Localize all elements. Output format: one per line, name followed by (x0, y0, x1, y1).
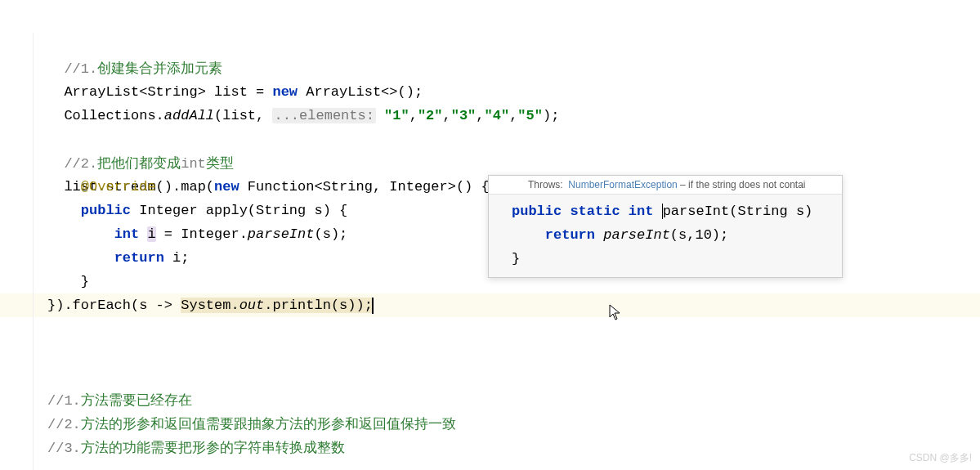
method-params: (String s) (729, 204, 812, 219)
comment-prefix: //2. (47, 417, 81, 432)
code-line[interactable] (0, 341, 980, 365)
code-line[interactable]: //2.方法的形参和返回值需要跟抽象方法的形参和返回值保持一致 (0, 412, 980, 436)
method-call: parseInt (248, 226, 315, 242)
quick-doc-body: public static int parseInt(String s) ret… (489, 195, 842, 277)
code-text: Integer apply(String s) { (131, 203, 347, 218)
keyword-new: new (214, 179, 239, 195)
keyword-static: static (570, 204, 620, 219)
parameter-hint: ...elements: (272, 108, 375, 123)
comment-text: int (181, 156, 206, 172)
method-call: parseInt (603, 227, 670, 243)
text-caret (372, 298, 374, 314)
comment-text: 创建集合并添加元素 (97, 60, 222, 76)
comment-text: 方法的功能需要把形参的字符串转换成整数 (81, 440, 345, 455)
keyword-return: return (114, 250, 164, 266)
code-text: Collections. (64, 108, 163, 123)
code-line[interactable]: //3.方法的功能需要把形参的字符串转换成整数 (0, 436, 980, 459)
string-literal: "2" (418, 108, 443, 123)
code-text: (list, (214, 108, 272, 123)
comment-prefix: //1. (47, 393, 81, 409)
code-text: (s,10); (670, 227, 728, 243)
code-line-current[interactable]: }).forEach(s -> System.out.println(s)); (0, 293, 980, 317)
gutter-divider (33, 33, 34, 470)
code-text: = Integer. (156, 226, 248, 242)
watermark-text: CSDN @多多! (909, 451, 972, 465)
code-text: (s); (314, 226, 347, 242)
code-text: } (47, 274, 89, 289)
keyword-new: new (272, 84, 298, 100)
code-text: Function<String, Integer>() { (239, 179, 490, 195)
code-line[interactable] (0, 365, 980, 388)
keyword-int: int (629, 204, 654, 219)
string-literal: "3" (451, 108, 477, 123)
comment-prefix: //3. (47, 441, 81, 456)
field-out: out (239, 298, 265, 313)
code-text: System. (181, 298, 239, 313)
comment-text: 类型 (206, 155, 234, 171)
annotation-override: @Override (81, 179, 156, 195)
quick-doc-header: Throws: NumberFormatException – if the s… (489, 176, 842, 195)
method-name: parseInt (663, 204, 730, 219)
string-literal: "4" (485, 108, 510, 123)
throws-label: Throws: (528, 179, 563, 190)
string-literal: "1" (384, 108, 409, 123)
close-brace: } (512, 247, 834, 271)
comment-prefix: //1. (64, 61, 97, 77)
string-literal: "5" (517, 108, 543, 123)
code-line[interactable] (0, 317, 980, 341)
throws-rest: – if the string does not contai (678, 179, 806, 190)
code-line[interactable]: //1.创建集合并添加元素 (0, 33, 980, 56)
code-line[interactable]: //2.把他们都变成int类型 (0, 128, 980, 151)
code-text: ArrayList<>(); (298, 84, 423, 100)
keyword-public: public (512, 204, 562, 219)
code-text: ); (543, 108, 559, 123)
variable-i: i (147, 226, 155, 242)
comment-text: 方法需要已经存在 (81, 392, 192, 408)
keyword-return: return (545, 227, 595, 243)
comment-prefix: //2. (64, 156, 97, 172)
code-text: }).forEach(s -> (47, 298, 181, 313)
comment-text: 方法的形参和返回值需要跟抽象方法的形参和返回值保持一致 (81, 416, 456, 432)
code-text: ArrayList<String> list = (64, 84, 272, 100)
code-text: .println(s)); (264, 298, 373, 313)
comment-text: 把他们都变成 (97, 155, 181, 171)
keyword-public: public (81, 203, 131, 218)
code-line[interactable]: //1.方法需要已经存在 (0, 388, 980, 412)
keyword-int: int (114, 226, 140, 242)
code-text: i; (164, 250, 190, 266)
throws-link[interactable]: NumberFormatException (568, 179, 677, 190)
method-call: addAll (164, 108, 214, 123)
quick-doc-popup[interactable]: Throws: NumberFormatException – if the s… (488, 175, 843, 278)
